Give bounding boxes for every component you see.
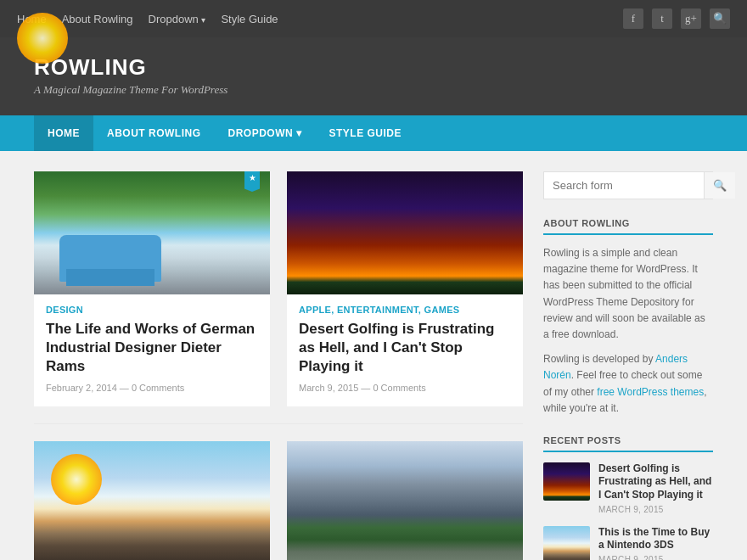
recent-date-2: MARCH 9, 2015 xyxy=(598,555,713,560)
post-card-3: ENTERTAINMENT, GAMES This is the Time to… xyxy=(34,441,270,560)
post-thumbnail-2[interactable] xyxy=(287,171,523,294)
search-icon[interactable]: 🔍 xyxy=(710,8,730,29)
facebook-icon[interactable]: f xyxy=(623,8,643,29)
sidebar: 🔍 ABOUT ROWLING Rowling is a simple and … xyxy=(543,171,713,560)
post-category-2: APPLE, ENTERTAINMENT, GAMES xyxy=(287,305,523,315)
about-text-2p1: Rowling is developed by xyxy=(543,353,655,365)
free-wp-themes-link[interactable]: free WordPress themes xyxy=(597,386,704,398)
top-bar: Home About Rowling Dropdown ▾ Style Guid… xyxy=(0,0,747,37)
post-category-1: DESIGN xyxy=(34,305,270,315)
site-title: ROWLING xyxy=(34,54,713,81)
posts-row-2: ENTERTAINMENT, GAMES This is the Time to… xyxy=(34,441,523,560)
post-thumbnail-1[interactable] xyxy=(34,171,270,294)
mainnav-style[interactable]: STYLE GUIDE xyxy=(316,115,416,151)
sidebar-recent-posts: RECENT POSTS Desert Golfing is Frustrati… xyxy=(543,435,713,560)
recent-info-1: Desert Golfing is Frustrating as Hell, a… xyxy=(598,462,713,514)
post-title-2[interactable]: Desert Golfing is Frustrating as Hell, a… xyxy=(287,320,523,376)
row-divider xyxy=(34,423,523,424)
recent-thumb-2[interactable] xyxy=(543,526,590,560)
search-input[interactable] xyxy=(544,172,704,199)
site-header: ROWLING A Magical Magazine Theme For Wor… xyxy=(0,37,747,115)
sidebar-about: ABOUT ROWLING Rowling is a simple and cl… xyxy=(543,218,713,417)
search-button[interactable]: 🔍 xyxy=(704,172,735,199)
recent-post-2: This is the Time to Buy a Nintendo 3DS M… xyxy=(543,526,713,560)
recent-title-1[interactable]: Desert Golfing is Frustrating as Hell, a… xyxy=(598,462,713,502)
site-tagline: A Magical Magazine Theme For WordPress xyxy=(34,83,713,97)
main-nav: HOME ABOUT ROWLING DROPDOWN ▾ STYLE GUID… xyxy=(0,115,747,151)
recent-post-1: Desert Golfing is Frustrating as Hell, a… xyxy=(543,462,713,514)
post-title-1[interactable]: The Life and Works of German Industrial … xyxy=(34,320,270,376)
post-meta-1: February 2, 2014 — 0 Comments xyxy=(34,383,270,393)
dropdown-arrow-icon: ▾ xyxy=(296,127,302,139)
dropdown-arrow-icon: ▾ xyxy=(201,15,205,25)
about-heading: ABOUT ROWLING xyxy=(543,218,713,235)
social-icons: f t g+ 🔍 xyxy=(623,8,730,29)
topnav-dropdown[interactable]: Dropdown ▾ xyxy=(149,13,206,25)
post-thumbnail-4[interactable] xyxy=(287,441,523,560)
about-paragraph-2: Rowling is developed by Anders Norén. Fe… xyxy=(543,351,713,417)
bookmark-icon xyxy=(244,171,260,192)
topnav-about[interactable]: About Rowling xyxy=(62,13,133,25)
mainnav-dropdown[interactable]: DROPDOWN ▾ xyxy=(215,115,316,151)
post-card-2: APPLE, ENTERTAINMENT, GAMES Desert Golfi… xyxy=(287,171,523,406)
recent-info-2: This is the Time to Buy a Nintendo 3DS M… xyxy=(598,526,713,560)
posts-row-1: DESIGN The Life and Works of German Indu… xyxy=(34,171,523,423)
post-thumbnail-3[interactable] xyxy=(34,441,270,560)
mainnav-home[interactable]: HOME xyxy=(34,115,93,151)
recent-date-1: MARCH 9, 2015 xyxy=(598,505,713,514)
recent-thumb-1[interactable] xyxy=(543,462,590,501)
googleplus-icon[interactable]: g+ xyxy=(681,8,701,29)
about-text: Rowling is a simple and clean magazine t… xyxy=(543,245,713,417)
topnav-style[interactable]: Style Guide xyxy=(221,13,278,25)
main-content: DESIGN The Life and Works of German Indu… xyxy=(34,171,523,560)
mainnav-about[interactable]: ABOUT ROWLING xyxy=(93,115,215,151)
post-card-4: ENTERTAINMENT My Thoughts on the Third S… xyxy=(287,441,523,560)
recent-title-2[interactable]: This is the Time to Buy a Nintendo 3DS xyxy=(598,526,713,552)
search-box: 🔍 xyxy=(543,171,713,199)
content-area: DESIGN The Life and Works of German Indu… xyxy=(0,151,747,560)
about-paragraph-1: Rowling is a simple and clean magazine t… xyxy=(543,245,713,343)
post-meta-2: March 9, 2015 — 0 Comments xyxy=(287,383,523,393)
recent-posts-heading: RECENT POSTS xyxy=(543,435,713,452)
post-card-1: DESIGN The Life and Works of German Indu… xyxy=(34,171,270,406)
twitter-icon[interactable]: t xyxy=(652,8,672,29)
